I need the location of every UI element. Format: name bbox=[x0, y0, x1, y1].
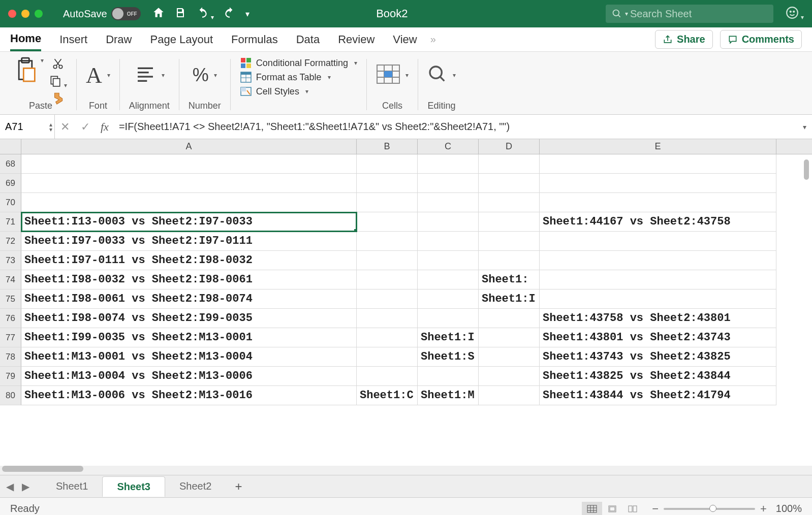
cell-C69[interactable] bbox=[418, 174, 479, 193]
row-header[interactable]: 70 bbox=[0, 193, 21, 212]
expand-formula-bar[interactable]: ▾ bbox=[797, 123, 812, 131]
cell-E76[interactable]: Sheet1:43758 vs Sheet2:43801 bbox=[540, 309, 776, 328]
cell-A69[interactable] bbox=[21, 174, 357, 193]
cell-A76[interactable]: Sheet1:I98-0074 vs Sheet2:I99-0035 bbox=[21, 309, 357, 328]
minimize-window-button[interactable] bbox=[21, 10, 29, 18]
tab-view[interactable]: View bbox=[393, 29, 417, 50]
number-dropdown[interactable]: ▾ bbox=[214, 72, 217, 79]
cell-A71[interactable]: Sheet1:I13-0003 vs Sheet2:I97-0033 bbox=[21, 212, 357, 232]
cell-C76[interactable] bbox=[418, 309, 479, 328]
cell-E78[interactable]: Sheet1:43743 vs Sheet2:43825 bbox=[540, 347, 776, 367]
editing-icon[interactable] bbox=[427, 64, 448, 86]
col-header-B[interactable]: B bbox=[357, 139, 418, 154]
paste-dropdown[interactable]: ▾ bbox=[41, 57, 44, 64]
cell-B76[interactable] bbox=[357, 309, 418, 328]
zoom-in-button[interactable]: + bbox=[760, 502, 767, 516]
cell-D68[interactable] bbox=[479, 154, 540, 174]
cell-C80[interactable]: Sheet1:M bbox=[418, 386, 479, 405]
row-header[interactable]: 80 bbox=[0, 386, 21, 405]
cell-A79[interactable]: Sheet1:M13-0004 vs Sheet2:M13-0006 bbox=[21, 367, 357, 386]
cell-A78[interactable]: Sheet1:M13-0001 vs Sheet2:M13-0004 bbox=[21, 347, 357, 367]
format-as-table-button[interactable]: Format as Table▾ bbox=[240, 71, 357, 83]
cell-B77[interactable] bbox=[357, 328, 418, 347]
add-sheet-button[interactable]: + bbox=[226, 476, 251, 497]
paste-icon[interactable] bbox=[14, 57, 37, 83]
cell-C75[interactable] bbox=[418, 289, 479, 309]
cell-D75[interactable]: Sheet1:I bbox=[479, 289, 540, 309]
cell-A68[interactable] bbox=[21, 154, 357, 174]
cell-C70[interactable] bbox=[418, 193, 479, 212]
name-box[interactable]: A71 ▴▾ bbox=[0, 115, 55, 139]
cell-C79[interactable] bbox=[418, 367, 479, 386]
cell-E79[interactable]: Sheet1:43825 vs Sheet2:43844 bbox=[540, 367, 776, 386]
cell-D71[interactable] bbox=[479, 212, 540, 232]
search-sheet-box[interactable]: ▾ Search Sheet bbox=[606, 5, 773, 23]
tab-data[interactable]: Data bbox=[296, 29, 320, 50]
col-header-D[interactable]: D bbox=[479, 139, 540, 154]
cell-A73[interactable]: Sheet1:I97-0111 vs Sheet2:I98-0032 bbox=[21, 251, 357, 270]
normal-view-button[interactable] bbox=[582, 502, 602, 516]
cut-icon[interactable] bbox=[51, 57, 65, 72]
page-break-view-button[interactable] bbox=[622, 502, 643, 516]
cell-E72[interactable] bbox=[540, 232, 776, 251]
row-header[interactable]: 72 bbox=[0, 232, 21, 251]
cell-E75[interactable] bbox=[540, 289, 776, 309]
cell-E69[interactable] bbox=[540, 174, 776, 193]
tab-home[interactable]: Home bbox=[10, 28, 41, 51]
cell-A77[interactable]: Sheet1:I99-0035 vs Sheet2:M13-0001 bbox=[21, 328, 357, 347]
cell-E77[interactable]: Sheet1:43801 vs Sheet2:43743 bbox=[540, 328, 776, 347]
cell-A80[interactable]: Sheet1:M13-0006 vs Sheet2:M13-0016 bbox=[21, 386, 357, 405]
cell-D77[interactable] bbox=[479, 328, 540, 347]
page-layout-view-button[interactable] bbox=[602, 502, 622, 516]
cell-D69[interactable] bbox=[479, 174, 540, 193]
next-sheet-icon[interactable]: ▶ bbox=[22, 480, 29, 493]
cell-D76[interactable] bbox=[479, 309, 540, 328]
cell-D70[interactable] bbox=[479, 193, 540, 212]
row-header[interactable]: 78 bbox=[0, 347, 21, 367]
cell-E73[interactable] bbox=[540, 251, 776, 270]
cell-B78[interactable] bbox=[357, 347, 418, 367]
col-header-A[interactable]: A bbox=[21, 139, 357, 154]
conditional-formatting-button[interactable]: Conditional Formatting▾ bbox=[240, 57, 357, 69]
cell-A75[interactable]: Sheet1:I98-0061 vs Sheet2:I98-0074 bbox=[21, 289, 357, 309]
cell-E70[interactable] bbox=[540, 193, 776, 212]
cell-E68[interactable] bbox=[540, 154, 776, 174]
formula-input[interactable]: =IF(Sheet1!A71 <> Sheet2!A71, "Sheet1:"&… bbox=[114, 115, 797, 139]
tab-draw[interactable]: Draw bbox=[106, 29, 132, 50]
zoom-out-button[interactable]: − bbox=[652, 502, 659, 516]
home-icon[interactable] bbox=[152, 6, 165, 21]
cell-A70[interactable] bbox=[21, 193, 357, 212]
cell-B73[interactable] bbox=[357, 251, 418, 270]
col-header-E[interactable]: E bbox=[540, 139, 776, 154]
sheet-tab-sheet1[interactable]: Sheet1 bbox=[42, 476, 102, 496]
cell-D80[interactable] bbox=[479, 386, 540, 405]
cancel-formula-button[interactable]: ✕ bbox=[55, 115, 75, 139]
cell-A72[interactable]: Sheet1:I97-0033 vs Sheet2:I97-0111 bbox=[21, 232, 357, 251]
user-account-icon[interactable]: ▾ bbox=[786, 6, 804, 21]
grid-body[interactable]: 68697071Sheet1:I13-0003 vs Sheet2:I97-00… bbox=[0, 154, 812, 405]
col-header-C[interactable]: C bbox=[418, 139, 479, 154]
cell-B70[interactable] bbox=[357, 193, 418, 212]
row-header[interactable]: 71 bbox=[0, 212, 21, 232]
cell-E80[interactable]: Sheet1:43844 vs Sheet2:41794 bbox=[540, 386, 776, 405]
cell-C74[interactable] bbox=[418, 270, 479, 289]
font-dropdown[interactable]: ▾ bbox=[107, 72, 110, 79]
number-icon[interactable]: % bbox=[193, 65, 209, 86]
cell-C78[interactable]: Sheet1:S bbox=[418, 347, 479, 367]
cell-C68[interactable] bbox=[418, 154, 479, 174]
row-header[interactable]: 73 bbox=[0, 251, 21, 270]
cells-dropdown[interactable]: ▾ bbox=[405, 72, 409, 79]
cell-D78[interactable] bbox=[479, 347, 540, 367]
cell-B75[interactable] bbox=[357, 289, 418, 309]
cell-B79[interactable] bbox=[357, 367, 418, 386]
cell-C73[interactable] bbox=[418, 251, 479, 270]
row-header[interactable]: 77 bbox=[0, 328, 21, 347]
horizontal-scrollbar[interactable] bbox=[0, 466, 812, 475]
tab-insert[interactable]: Insert bbox=[59, 29, 87, 50]
prev-sheet-icon[interactable]: ◀ bbox=[6, 480, 14, 493]
tab-review[interactable]: Review bbox=[338, 29, 374, 50]
cell-A74[interactable]: Sheet1:I98-0032 vs Sheet2:I98-0061 bbox=[21, 270, 357, 289]
format-painter-icon[interactable] bbox=[51, 91, 65, 107]
row-header[interactable]: 76 bbox=[0, 309, 21, 328]
comments-button[interactable]: Comments bbox=[720, 30, 802, 49]
